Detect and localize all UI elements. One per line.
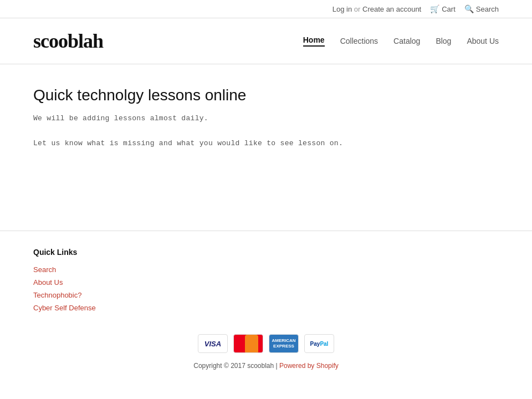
page-subtitle: We will be adding lessons almost daily. <box>33 114 499 122</box>
search-icon: 🔍 <box>464 4 474 13</box>
footer-copyright: Copyright © 2017 scooblah | Powered by S… <box>33 362 499 370</box>
site-footer: Quick Links Search About Us Technophobic… <box>0 231 532 381</box>
copyright-text: Copyright © 2017 scooblah | <box>193 362 277 370</box>
paypal-payment-icon: PayPal <box>304 334 334 353</box>
create-account-link[interactable]: Create an account <box>362 5 421 13</box>
separator: or <box>354 5 361 13</box>
footer-link-technophobic[interactable]: Technophobic? <box>33 291 499 299</box>
cart-link[interactable]: Cart <box>442 5 456 13</box>
powered-by-shopify-link[interactable]: Powered by Shopify <box>279 362 339 370</box>
page-title: Quick technolgy lessons online <box>33 86 499 104</box>
search-area[interactable]: 🔍 Search <box>464 4 499 13</box>
nav-about-us[interactable]: About Us <box>467 37 499 45</box>
site-header: scooblah Home Collections Catalog Blog A… <box>0 18 532 64</box>
main-content: Quick technolgy lessons online We will b… <box>0 64 532 219</box>
nav-collections[interactable]: Collections <box>340 37 378 45</box>
quick-links-title: Quick Links <box>33 248 499 257</box>
footer-link-cyber[interactable]: Cyber Self Defense <box>33 304 499 312</box>
login-link[interactable]: Log in <box>332 5 352 13</box>
mastercard-payment-icon <box>233 334 263 353</box>
amex-payment-icon: AMERICAN EXPRESS <box>269 334 299 353</box>
cart-area[interactable]: 🛒 Cart <box>430 4 456 13</box>
login-area: Log in or Create an account <box>332 5 421 13</box>
footer-links: Search About Us Technophobic? Cyber Self… <box>33 265 499 312</box>
page-body: Let us know what is missing and what you… <box>33 139 499 147</box>
payment-section: VISA AMERICAN EXPRESS PayPal <box>33 334 499 353</box>
main-nav: Home Collections Catalog Blog About Us <box>303 35 499 47</box>
footer-link-about[interactable]: About Us <box>33 278 499 287</box>
footer-link-search[interactable]: Search <box>33 265 499 274</box>
top-bar: Log in or Create an account 🛒 Cart 🔍 Sea… <box>0 0 532 18</box>
site-logo[interactable]: scooblah <box>33 29 103 53</box>
visa-payment-icon: VISA <box>198 334 228 353</box>
nav-catalog[interactable]: Catalog <box>393 37 420 45</box>
nav-blog[interactable]: Blog <box>436 37 451 45</box>
nav-home[interactable]: Home <box>303 35 325 47</box>
cart-icon: 🛒 <box>430 4 439 13</box>
search-link[interactable]: Search <box>476 5 499 13</box>
